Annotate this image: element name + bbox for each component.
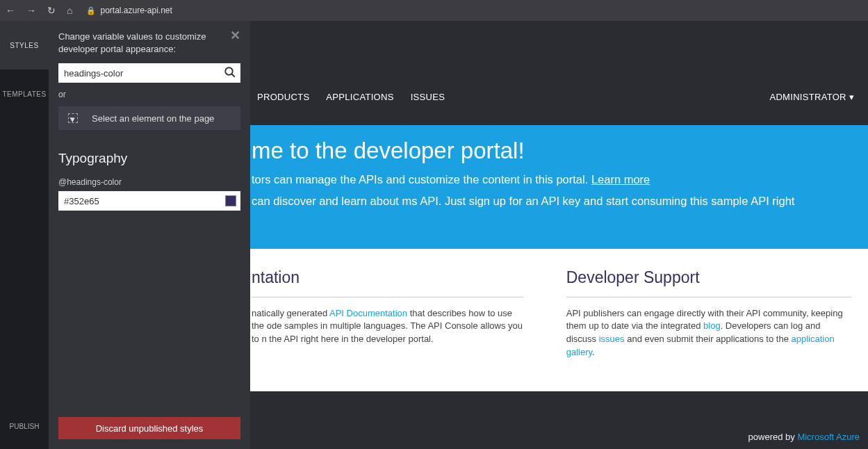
card-doc-text: natically generated API Documentation th… <box>252 307 523 347</box>
color-swatch[interactable] <box>225 195 236 206</box>
color-input-row <box>58 191 240 211</box>
close-icon[interactable]: ✕ <box>230 28 240 43</box>
azure-link[interactable]: Microsoft Azure <box>797 432 860 442</box>
forward-icon[interactable]: → <box>26 5 36 16</box>
menu-applications[interactable]: APPLICATIONS <box>326 92 393 102</box>
styles-panel: ✕ Change variable values to customize de… <box>49 21 250 449</box>
search-icon[interactable] <box>224 66 236 81</box>
card-documentation: ntation natically generated API Document… <box>250 268 537 359</box>
top-menu: PRODUCTS APPLICATIONS ISSUES ADMINISTRAT… <box>250 85 868 108</box>
preview-area: PRODUCTS APPLICATIONS ISSUES ADMINISTRAT… <box>250 21 868 449</box>
url-text: portal.azure-api.net <box>100 6 172 15</box>
select-element-label: Select an element on the page <box>92 113 214 124</box>
svg-line-1 <box>231 74 235 77</box>
svg-point-0 <box>225 67 233 75</box>
tab-publish[interactable]: PUBLISH <box>0 404 49 449</box>
menu-issues[interactable]: ISSUES <box>411 92 445 102</box>
typography-heading: Typography <box>58 151 240 166</box>
discard-button[interactable]: Discard unpublished styles <box>58 417 240 439</box>
hero-line2: can discover and learn about ms API. Jus… <box>252 193 853 210</box>
issues-link[interactable]: issues <box>599 334 625 344</box>
back-icon[interactable]: ← <box>6 5 15 16</box>
panel-intro: Change variable values to customize deve… <box>58 31 240 55</box>
admin-dropdown[interactable]: ADMINISTRATOR ▾ <box>769 92 861 102</box>
left-rail: STYLES TEMPLATES PUBLISH <box>0 21 49 449</box>
card-support-title: Developer Support <box>566 268 851 297</box>
cards-row: ntation natically generated API Document… <box>250 249 868 391</box>
tab-styles[interactable]: STYLES <box>0 21 49 70</box>
address-bar[interactable]: 🔒 portal.azure-api.net <box>81 6 172 15</box>
hero-line1: tors can manage the APIs and customize t… <box>252 171 853 188</box>
learn-more-link[interactable]: Learn more <box>591 173 650 186</box>
hero-title: me to the developer portal! <box>252 138 853 164</box>
hero-banner: me to the developer portal! tors can man… <box>250 125 868 249</box>
tab-templates[interactable]: TEMPLATES <box>0 70 49 118</box>
home-icon[interactable]: ⌂ <box>67 5 72 16</box>
menu-products[interactable]: PRODUCTS <box>257 92 309 102</box>
refresh-icon[interactable]: ↻ <box>47 5 56 16</box>
blog-link[interactable]: blog <box>703 320 721 331</box>
chevron-down-icon: ▾ <box>849 92 854 102</box>
search-input[interactable] <box>58 63 240 83</box>
footer: powered by Microsoft Azure <box>748 432 860 442</box>
api-documentation-link[interactable]: API Documentation <box>329 308 407 318</box>
or-label: or <box>58 90 240 99</box>
variable-name: @headings-color <box>58 177 240 187</box>
color-value-input[interactable] <box>58 191 225 211</box>
browser-toolbar: ← → ↻ ⌂ 🔒 portal.azure-api.net <box>0 0 868 21</box>
select-element-button[interactable]: Select an element on the page <box>58 106 240 130</box>
card-support-text: API publishers can engage directly with … <box>566 307 851 359</box>
element-picker-icon <box>68 113 78 123</box>
lock-icon: 🔒 <box>86 6 96 15</box>
card-support: Developer Support API publishers can eng… <box>565 268 868 359</box>
card-doc-title: ntation <box>252 268 523 297</box>
